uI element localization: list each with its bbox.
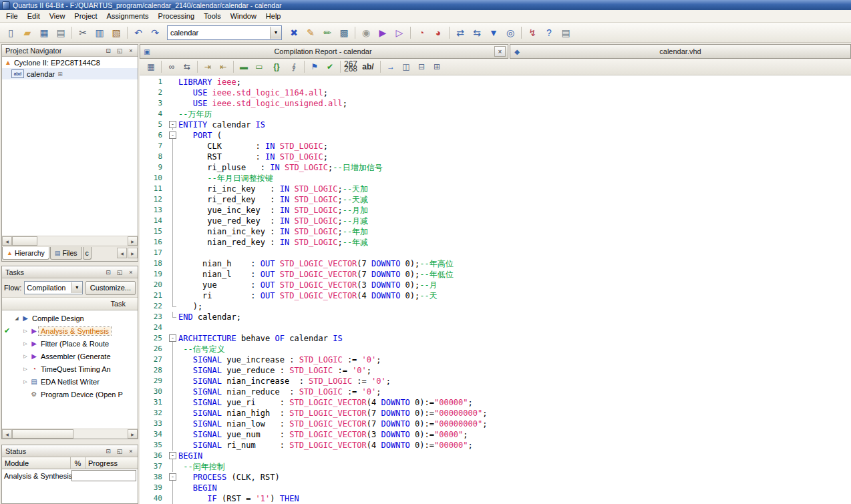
scroll-right-icon[interactable]: ▶	[128, 429, 138, 439]
close-icon[interactable]: ×	[126, 267, 136, 277]
powerplay-button[interactable]: ◕	[430, 25, 446, 41]
pin-icon[interactable]: ⊡	[103, 446, 114, 456]
close-icon[interactable]: ×	[494, 46, 506, 57]
column-header-module[interactable]: Module	[2, 457, 71, 469]
expander-icon[interactable]: ▷	[21, 328, 29, 334]
code-line[interactable]: 17	[140, 248, 851, 258]
expander-icon[interactable]: ▷	[21, 379, 29, 385]
code-line[interactable]: 26 --信号定义	[140, 344, 851, 354]
chevron-down-icon[interactable]: ▾	[270, 27, 281, 39]
print-button[interactable]: ▤	[53, 25, 69, 41]
float-icon[interactable]: ◱	[114, 267, 125, 277]
entity-tree-item[interactable]: abd calendar ⊞	[2, 68, 138, 79]
code-line[interactable]: 30 SIGNAL nian_reduce : STD_LOGIC := '0'…	[140, 387, 851, 397]
fold-toggle[interactable]: -	[168, 333, 178, 344]
title-bar[interactable]: Quartus II 64-Bit - F:/QUARTUS_program/c…	[0, 0, 851, 10]
code-line[interactable]: 34 SIGNAL yue_num : STD_LOGIC_VECTOR(3 D…	[140, 429, 851, 440]
chevron-down-icon[interactable]: ▾	[71, 282, 82, 293]
scroll-left-icon[interactable]: ◀	[2, 236, 12, 246]
expander-icon[interactable]: ▷	[21, 366, 29, 372]
menu-project[interactable]: Project	[69, 11, 102, 21]
code-line[interactable]: 6- PORT (	[140, 130, 851, 141]
code-line[interactable]: 21 ri : OUT STD_LOGIC_VECTOR(4 DOWNTO 0)…	[140, 290, 851, 301]
programmer-button[interactable]: ↯	[524, 25, 540, 41]
code-line[interactable]: 35 SIGNAL ri_num : STD_LOGIC_VECTOR(4 DO…	[140, 440, 851, 451]
code-line[interactable]: 3 USE ieee.std_logic_unsigned.all;	[140, 98, 851, 109]
task-item[interactable]: ▷◔TimeQuest Timing An	[2, 362, 138, 375]
code-line[interactable]: 37 --闰年控制	[140, 461, 851, 472]
code-line[interactable]: 39 BEGIN	[140, 483, 851, 493]
code-line[interactable]: 15 nian_inc_key : IN STD_LOGIC;--年加	[140, 226, 851, 237]
pin-icon[interactable]: ⊡	[103, 267, 114, 277]
expander-icon[interactable]: ▷	[21, 354, 29, 359]
column-header-progress[interactable]: Progress	[86, 457, 138, 469]
code-line[interactable]: 32 SIGNAL nian_high : STD_LOGIC_VECTOR(7…	[140, 408, 851, 419]
fold-collapse-icon[interactable]: -	[169, 132, 176, 139]
code-line[interactable]: 38- PROCESS (CLK, RST)	[140, 472, 851, 483]
code-line[interactable]: 8 RST : IN STD_LOGIC;	[140, 152, 851, 162]
tab-c[interactable]: c	[83, 247, 92, 260]
code-line[interactable]: 28 SIGNAL yue_reduce : STD_LOGIC := '0';	[140, 365, 851, 376]
undo-button[interactable]: ↶	[130, 25, 146, 41]
fold-collapse-icon[interactable]: -	[169, 452, 176, 459]
redo-button[interactable]: ↷	[147, 25, 163, 41]
close-icon[interactable]: ×	[126, 446, 136, 456]
timequest-button[interactable]: ◔	[413, 25, 430, 41]
task-item[interactable]: ⚙Program Device (Open P	[2, 388, 138, 401]
code-line[interactable]: 2 USE ieee.std_logic_1164.all;	[140, 87, 851, 98]
menu-processing[interactable]: Processing	[154, 11, 199, 21]
comment-button[interactable]: ▬	[236, 59, 251, 74]
task-item[interactable]: ▷▶Fitter (Place & Route	[2, 337, 138, 350]
new-file-button[interactable]: ▯	[3, 25, 19, 41]
scroll-right-icon[interactable]: ▶	[128, 236, 138, 246]
assignment-editor-button[interactable]: ✎	[303, 25, 319, 41]
bookmark-button[interactable]: ⚑	[307, 59, 322, 74]
project-combobox[interactable]: calendar ▾	[167, 25, 282, 40]
code-line[interactable]: 33 SIGNAL nian_low : STD_LOGIC_VECTOR(7 …	[140, 419, 851, 429]
code-line[interactable]: 29 SIGNAL nian_increase : STD_LOGIC := '…	[140, 376, 851, 387]
task-column-header[interactable]: Task	[2, 298, 138, 310]
open-file-button[interactable]: ▰	[19, 25, 35, 41]
pin-planner-button[interactable]: ✏	[319, 25, 335, 41]
find-button[interactable]: ∞	[164, 59, 179, 74]
scroll-left-icon[interactable]: ◀	[2, 429, 12, 439]
code-line[interactable]: 12 ri_red_key : IN STD_LOGIC;--天减	[140, 194, 851, 205]
menu-edit[interactable]: Edit	[23, 11, 45, 21]
editor-save-button[interactable]: ▦	[144, 59, 158, 74]
whats-this-button[interactable]: ▤	[558, 25, 574, 41]
line-count-indicator[interactable]: 267268	[343, 59, 358, 74]
tasks-hscrollbar[interactable]: ◀ ▶	[2, 429, 138, 439]
code-line[interactable]: 23END calendar;	[140, 312, 851, 322]
code-line[interactable]: 18 nian_h : OUT STD_LOGIC_VECTOR(7 DOWNT…	[140, 258, 851, 269]
menu-view[interactable]: View	[45, 11, 70, 21]
uncomment-button[interactable]: ▭	[252, 59, 267, 74]
split-vertical-button[interactable]: ⊟	[414, 59, 429, 74]
full-view-button[interactable]: ⊞	[430, 59, 444, 74]
code-line[interactable]: 31 SIGNAL yue_ri : STD_LOGIC_VECTOR(4 DO…	[140, 397, 851, 408]
decrease-indent-button[interactable]: ⇤	[216, 59, 230, 74]
tab-files[interactable]: ▤Files	[50, 247, 82, 260]
code-line[interactable]: 7 CLK : IN STD_LOGIC;	[140, 141, 851, 152]
code-editor[interactable]: 1LIBRARY ieee;2 USE ieee.std_logic_1164.…	[140, 75, 851, 504]
insert-template-button[interactable]: {}	[267, 59, 286, 74]
network-button[interactable]: ◎	[502, 25, 518, 41]
close-icon[interactable]: ×	[126, 45, 136, 55]
replace-button[interactable]: ⇆	[180, 59, 194, 74]
float-icon[interactable]: ◱	[114, 446, 125, 456]
expander-icon[interactable]: ◢	[13, 316, 21, 321]
tech-viewer-button[interactable]: ⇆	[469, 25, 485, 41]
scroll-thumb[interactable]	[12, 236, 37, 246]
scroll-track[interactable]	[12, 236, 128, 246]
code-line[interactable]: 4--万年历	[140, 109, 851, 119]
fold-collapse-icon[interactable]: -	[169, 473, 176, 481]
rtl-viewer-button[interactable]: ⇄	[452, 25, 468, 41]
flow-combobox[interactable]: Compilation ▾	[24, 281, 83, 294]
help-button[interactable]: ?	[541, 25, 557, 41]
settings-button[interactable]: ✖	[286, 25, 302, 41]
copy-button[interactable]: ▥	[92, 25, 108, 41]
task-item[interactable]: ▷▶Assembler (Generate	[2, 350, 138, 362]
fold-toggle[interactable]: -	[168, 130, 178, 141]
cut-button[interactable]: ✂	[75, 25, 91, 41]
tab-scroll-left-icon[interactable]: ◀	[117, 248, 127, 258]
code-line[interactable]: 22 );	[140, 301, 851, 312]
